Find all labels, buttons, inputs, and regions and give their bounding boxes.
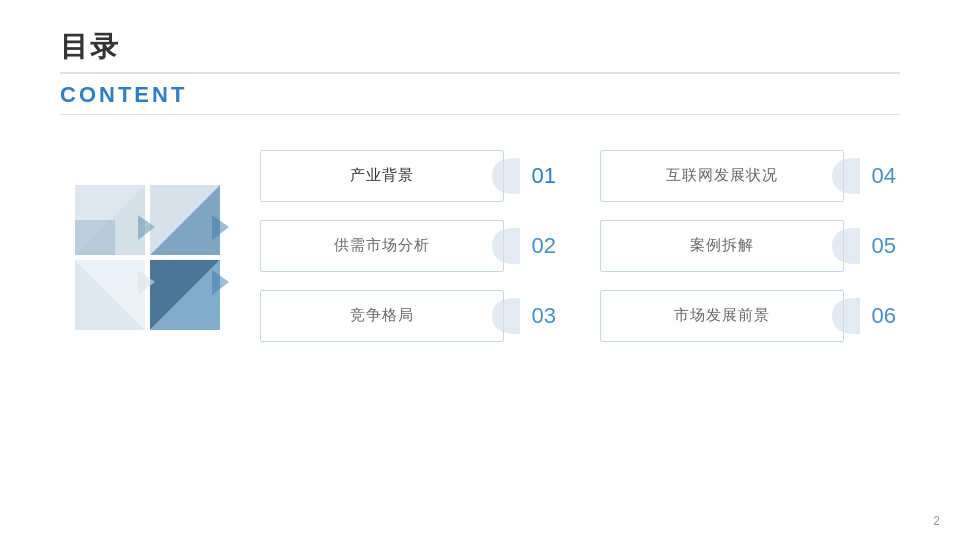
- main-content: 产业背景 01供需市场分析 02竞争格局 03互联网发展状况 04案例拆解 05…: [0, 125, 960, 355]
- menu-item-6[interactable]: 市场发展前景 06: [600, 290, 900, 342]
- menu-box-6: 市场发展前景: [600, 290, 844, 342]
- page-container: 目录 CONTENT: [0, 0, 960, 540]
- menu-label-3: 竞争格局: [350, 306, 414, 325]
- page-number: 2: [933, 514, 940, 528]
- menu-box-1: 产业背景: [260, 150, 504, 202]
- menu-grid: 产业背景 01供需市场分析 02竞争格局 03互联网发展状况 04案例拆解 05…: [260, 145, 900, 342]
- menu-box-5: 案例拆解: [600, 220, 844, 272]
- menu-label-5: 案例拆解: [690, 236, 754, 255]
- menu-label-4: 互联网发展状况: [666, 166, 778, 185]
- menu-number-display-3: 03: [532, 303, 556, 329]
- menu-number-display-6: 06: [872, 303, 896, 329]
- header: 目录 CONTENT: [0, 0, 960, 115]
- menu-number-display-4: 04: [872, 163, 896, 189]
- pinwheel-decoration: [60, 155, 230, 355]
- menu-item-3[interactable]: 竞争格局 03: [260, 290, 560, 342]
- page-title-english: CONTENT: [60, 82, 900, 108]
- menu-label-6: 市场发展前景: [674, 306, 770, 325]
- svg-marker-8: [75, 220, 115, 255]
- menu-number-display-1: 01: [532, 163, 556, 189]
- menu-item-5[interactable]: 案例拆解 05: [600, 220, 900, 272]
- menu-number-display-5: 05: [872, 233, 896, 259]
- menu-number-display-2: 02: [532, 233, 556, 259]
- menu-item-1[interactable]: 产业背景 01: [260, 150, 560, 202]
- menu-label-1: 产业背景: [350, 166, 414, 185]
- menu-box-2: 供需市场分析: [260, 220, 504, 272]
- svg-marker-12: [212, 270, 229, 295]
- bottom-divider: [60, 114, 900, 115]
- menu-box-3: 竞争格局: [260, 290, 504, 342]
- svg-marker-11: [212, 215, 229, 240]
- menu-item-4[interactable]: 互联网发展状况 04: [600, 150, 900, 202]
- menu-item-2[interactable]: 供需市场分析 02: [260, 220, 560, 272]
- top-divider: [60, 72, 900, 74]
- menu-box-4: 互联网发展状况: [600, 150, 844, 202]
- menu-label-2: 供需市场分析: [334, 236, 430, 255]
- page-title-chinese: 目录: [60, 28, 900, 66]
